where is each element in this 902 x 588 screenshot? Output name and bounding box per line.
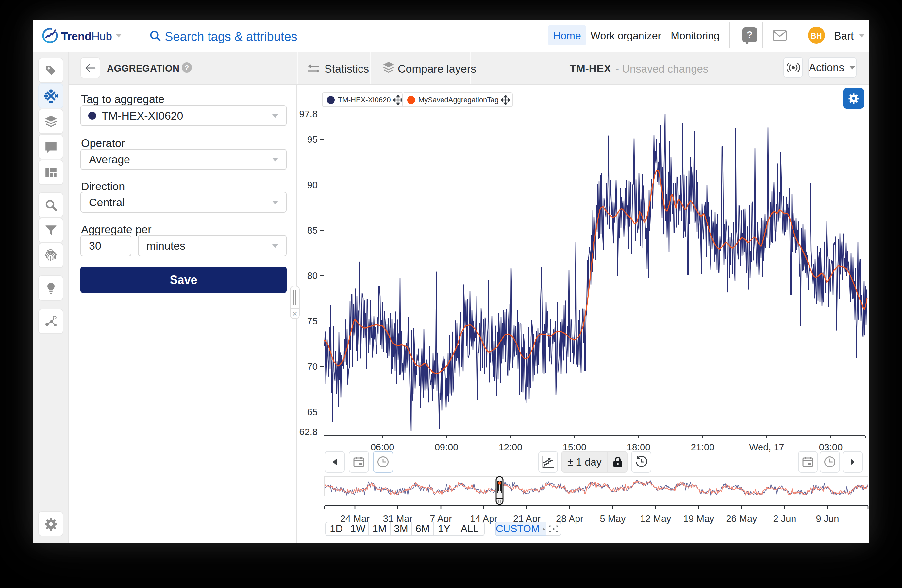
svg-text:65: 65 (307, 407, 318, 417)
svg-text:85: 85 (307, 225, 318, 236)
svg-text:19 May: 19 May (683, 513, 714, 524)
svg-text:95: 95 (307, 134, 318, 145)
svg-text:5 May: 5 May (600, 513, 626, 524)
svg-text:9 Jun: 9 Jun (816, 513, 839, 524)
svg-text:90: 90 (307, 180, 318, 190)
svg-text:75: 75 (307, 316, 318, 326)
svg-text:12 May: 12 May (640, 513, 671, 524)
svg-text:26 May: 26 May (726, 513, 757, 524)
svg-text:2 Jun: 2 Jun (773, 513, 796, 524)
svg-text:70: 70 (307, 361, 318, 372)
svg-text:12:00: 12:00 (499, 442, 523, 452)
svg-text:97.8: 97.8 (299, 109, 318, 119)
svg-text:Wed, 17: Wed, 17 (749, 442, 784, 452)
svg-text:80: 80 (307, 271, 318, 281)
svg-text:62.8: 62.8 (299, 427, 318, 437)
svg-text:21:00: 21:00 (691, 442, 715, 452)
svg-text:09:00: 09:00 (435, 442, 459, 452)
